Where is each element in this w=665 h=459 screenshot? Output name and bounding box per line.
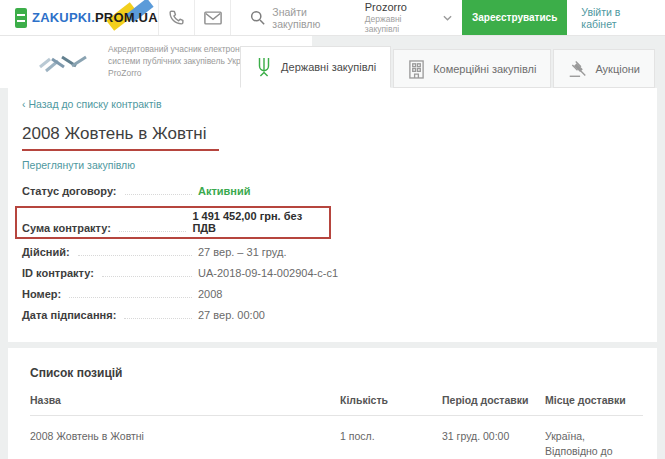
view-purchase-link[interactable]: Переглянути закупівлю <box>22 159 135 171</box>
field-label: Номер: <box>22 288 61 300</box>
number-value: 2008 <box>198 288 222 300</box>
items-card: Список позицій Назва Кількість Період до… <box>8 348 657 459</box>
tab-auctions[interactable]: Аукціони <box>553 49 655 88</box>
items-section-title: Список позицій <box>22 366 643 380</box>
field-contract-sum: Сума контракту: 1 491 452,00 грн. без ПД… <box>15 206 331 239</box>
col-delivery-place: Місце доставки <box>545 394 643 406</box>
item-delivery-period: 31 груд. 00:00 <box>442 429 545 459</box>
search-label: Знайти закупівлю <box>272 6 346 30</box>
site-logo[interactable]: ZAKUPKI.PROM.UA <box>15 8 158 28</box>
chevron-down-icon <box>443 15 452 21</box>
item-name: 2008 Жовтень в Жовтні <box>30 429 340 459</box>
tab-state-purchases[interactable]: Державні закупівлі <box>240 46 391 88</box>
phone-icon <box>168 9 185 26</box>
back-to-contracts-link[interactable]: ‹ Назад до списку контрактів <box>22 98 162 110</box>
field-label: Дійсний: <box>22 246 70 258</box>
item-delivery-place: Україна, Відповідно до документації <box>545 429 643 459</box>
contract-sum-value: 1 491 452,00 грн. без ПДВ <box>192 210 323 234</box>
mail-icon <box>204 11 222 25</box>
phone-button[interactable] <box>158 0 194 35</box>
field-valid: Дійсний: 27 вер. – 31 груд. <box>22 246 643 258</box>
search-control[interactable]: Знайти закупівлю <box>230 0 358 35</box>
field-label: ID контракту: <box>22 267 94 279</box>
field-label: Сума контракту: <box>22 222 111 234</box>
dropdown-subtitle: Державні закупівлі <box>365 14 429 34</box>
page-title: 2008 Жовтень в Жовтні <box>22 124 219 151</box>
header-actions: Знайти закупівлю Prozorro Державні закуп… <box>158 0 665 35</box>
main-tabs: Державні закупівлі Комерційні закупівлі <box>240 46 655 88</box>
trident-icon <box>255 56 273 78</box>
field-label: Статус договору: <box>22 185 117 197</box>
sign-date-value: 27 вер. 00:00 <box>198 309 265 321</box>
items-table-header: Назва Кількість Період доставки Місце до… <box>30 394 643 416</box>
building-icon <box>408 59 425 79</box>
tab-label: Державні закупівлі <box>281 61 376 73</box>
register-button[interactable]: Зареєструватись <box>462 0 567 35</box>
prozorro-chevrons-icon <box>38 49 96 75</box>
item-quantity: 1 посл. <box>340 429 442 459</box>
dropdown-value: Prozorro <box>365 1 429 13</box>
logo-prom: PROM.UA <box>95 10 158 25</box>
logo-icon <box>15 8 27 28</box>
field-label: Дата підписання: <box>22 309 116 321</box>
field-status: Статус договору: Активний <box>22 185 643 197</box>
valid-value: 27 вер. – 31 груд. <box>198 246 286 258</box>
field-sign-date: Дата підписання: 27 вер. 00:00 <box>22 309 643 321</box>
status-value: Активний <box>198 185 251 197</box>
login-link[interactable]: Увійти в кабінет <box>567 0 665 35</box>
col-quantity: Кількість <box>340 394 442 406</box>
tab-label: Аукціони <box>595 63 640 75</box>
tab-label: Комерційні закупівлі <box>433 63 536 75</box>
back-arrow-icon: ‹ <box>22 98 26 110</box>
field-number: Номер: 2008 <box>22 288 643 300</box>
logo-text: ZAKUPKI.PROM.UA <box>32 10 158 25</box>
mail-button[interactable] <box>194 0 230 35</box>
col-name: Назва <box>30 394 340 406</box>
tab-commercial-purchases[interactable]: Комерційні закупівлі <box>393 49 551 88</box>
search-icon <box>250 10 265 25</box>
contract-fields: Статус договору: Активний Сума контракту… <box>22 185 643 321</box>
contract-id-value: UA-2018-09-14-002904-c-c1 <box>198 267 338 279</box>
items-table: Назва Кількість Період доставки Місце до… <box>22 394 643 459</box>
logo-zakupki: ZAKUPKI. <box>32 10 95 25</box>
table-row: 2008 Жовтень в Жовтні 1 посл. 31 груд. 0… <box>30 416 643 459</box>
sub-header: Акредитований учасник електронної систем… <box>0 36 665 88</box>
gavel-icon <box>568 59 587 78</box>
field-contract-id: ID контракту: UA-2018-09-14-002904-c-c1 <box>22 267 643 279</box>
contract-card: ‹ Назад до списку контрактів 2008 Жовтен… <box>8 88 657 342</box>
platform-dropdown[interactable]: Prozorro Державні закупівлі <box>359 0 462 35</box>
top-header: ZAKUPKI.PROM.UA <box>0 0 665 36</box>
col-delivery-period: Період доставки <box>442 394 545 406</box>
